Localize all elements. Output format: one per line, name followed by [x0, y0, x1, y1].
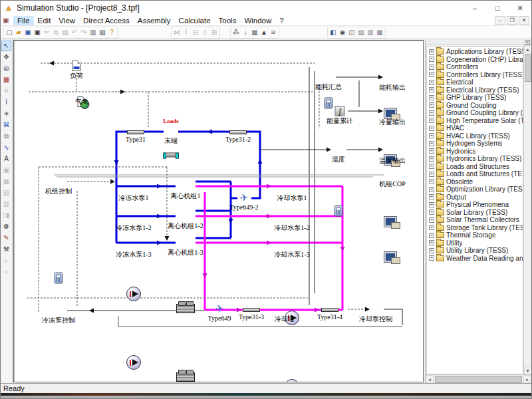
tool-8-icon[interactable]: ⌘	[1, 120, 11, 130]
terminal-icon[interactable]	[165, 153, 177, 158]
expand-icon[interactable]: +	[429, 95, 434, 100]
tree-item-hvac-library-tess[interactable]: +HVAC Library (TESS)	[427, 132, 523, 140]
type31-3-icon[interactable]	[243, 308, 260, 312]
energy-sum-icon[interactable]	[325, 98, 333, 109]
mdi-restore-icon[interactable]: ❐	[507, 16, 517, 25]
tool-1-icon[interactable]: ↖	[1, 41, 11, 51]
tree-horizontal-scrollbar[interactable]: ◂ ▸	[426, 374, 531, 383]
expand-icon[interactable]: +	[429, 202, 434, 207]
toolbar-icon-4-3[interactable]: ◫	[347, 27, 356, 37]
expand-icon[interactable]: +	[429, 156, 434, 162]
minimize-icon[interactable]: –	[464, 1, 486, 15]
toolbar-icon-1-8[interactable]: ↶	[70, 27, 79, 37]
tree-item-utility-library-tess[interactable]: +Utility Library (TESS)	[427, 247, 523, 255]
expand-icon[interactable]: +	[429, 118, 434, 123]
toolbar-icon-3-4[interactable]: ▲	[259, 27, 269, 37]
tree-item-output[interactable]: +Output	[427, 194, 523, 201]
toolbar-icon-4-6[interactable]: ▦	[375, 27, 384, 37]
tree-item-ground-coupling[interactable]: +Ground Coupling	[427, 102, 523, 110]
expand-icon[interactable]: +	[429, 217, 434, 223]
tool-2-icon[interactable]: ✥	[1, 52, 11, 63]
tool-19-icon[interactable]: ⚒	[1, 244, 11, 255]
tool-3-icon[interactable]: ◎	[1, 63, 11, 74]
toolbar-icon-2-2[interactable]: Ⅰ	[182, 27, 191, 37]
tree-item-controllers[interactable]: +Controllers	[427, 63, 523, 71]
toolbar-icon-1-7[interactable]: ▤	[61, 27, 70, 37]
tree-item-thermal-storage[interactable]: +Thermal Storage	[427, 231, 523, 239]
toolbar-icon-4-5[interactable]: ▥	[366, 27, 375, 37]
tree-item-loads-and-structures[interactable]: +Loads and Structures	[427, 163, 523, 171]
expand-icon[interactable]: +	[429, 57, 434, 62]
tool-15-icon[interactable]: ▥	[1, 199, 11, 209]
expand-icon[interactable]: +	[429, 65, 434, 70]
unit-cop-icon[interactable]	[384, 252, 400, 264]
scroll-up-icon[interactable]: ▲	[524, 45, 532, 53]
tree-item-weather-data-reading-and-process[interactable]: +Weather Data Reading and Process	[427, 255, 523, 263]
toolbar-icon-4-1[interactable]: ◧	[329, 27, 338, 37]
close-icon[interactable]: ✕	[509, 1, 531, 15]
toolbar-icon-2-4[interactable]: ▯	[200, 27, 209, 37]
toolbar-icon-3-3[interactable]: ▦	[250, 27, 259, 37]
tree-item-hydronics-library-tess[interactable]: +Hydronics Library (TESS)	[427, 155, 523, 163]
expand-icon[interactable]: +	[429, 233, 434, 238]
tool-5-icon[interactable]: ✕	[1, 86, 11, 96]
tree-item-cogeneration-chp-library-tess[interactable]: +Cogeneration (CHP) Library (TESS)	[427, 56, 523, 64]
type31-2-icon[interactable]	[229, 130, 247, 134]
unit-ctrl-icon[interactable]	[55, 273, 63, 284]
tree-item-utility[interactable]: +Utility	[427, 239, 523, 247]
tool-7-icon[interactable]: ∗	[1, 108, 11, 119]
tree-item-hydronics[interactable]: +Hydronics	[427, 148, 523, 156]
toolbar-icon-4-4[interactable]: ▤	[356, 27, 366, 37]
type649-icon[interactable]: ✈	[215, 304, 225, 315]
type31-icon[interactable]	[127, 130, 144, 134]
tree-item-hydrogen-systems[interactable]: +Hydrogen Systems	[427, 140, 523, 148]
toolbar-icon-1-2[interactable]: ▰	[14, 27, 23, 37]
scroll-left-icon[interactable]: ◂	[426, 375, 434, 383]
tool-21-icon[interactable]: ▹	[1, 267, 11, 277]
tool-20-icon[interactable]: ▹	[1, 255, 11, 266]
expand-icon[interactable]: +	[429, 87, 434, 92]
tool-13-icon[interactable]: ▦	[1, 176, 11, 187]
tree-item-loads-and-structures-tess[interactable]: +Loads and Structures (TESS)	[427, 170, 523, 178]
toolbar-icon-1-1[interactable]: ▢	[5, 27, 14, 37]
menu-assembly[interactable]: Assembly	[134, 16, 175, 25]
toolbar-icon-1-3[interactable]: ▣	[23, 27, 33, 37]
scroll-down-icon[interactable]: ▼	[524, 366, 532, 374]
tree-item-electrical[interactable]: +Electrical	[427, 78, 523, 86]
toolbar-icon-4-2[interactable]: ◉	[338, 27, 347, 37]
tree-item-controllers-library-tess[interactable]: +Controllers Library (TESS)	[427, 71, 523, 79]
menu-window[interactable]: Window	[240, 16, 275, 25]
tool-12-icon[interactable]: ▣	[1, 165, 11, 176]
toolbar-icon-1-12[interactable]: ?	[107, 27, 116, 37]
tree-item-solar-thermal-collectors[interactable]: +Solar Thermal Collectors	[427, 216, 523, 224]
temp-calc-icon[interactable]	[334, 205, 343, 217]
tree-item-ghp-library-tess[interactable]: +GHP Library (TESS)	[427, 94, 523, 102]
toolbar-icon-1-5[interactable]: ✂	[42, 27, 51, 37]
toolbar-icon-1-11[interactable]: ▧	[98, 27, 107, 37]
menu-direct-access[interactable]: Direct Access	[79, 16, 134, 25]
tree-item-ground-coupling-library-tess[interactable]: +Ground Coupling Library (TESS)	[427, 109, 523, 117]
expand-icon[interactable]: +	[429, 49, 434, 55]
project-canvas[interactable]: 负荷气象Type31Loads末端Type31-2能耗汇总能耗输出∫能量累计冷量…	[13, 40, 424, 382]
tree-item-storage-tank-library-tess[interactable]: +Storage Tank Library (TESS)	[427, 224, 523, 232]
panel-close-icon[interactable]: x	[525, 40, 530, 45]
tool-9-icon[interactable]: ⧉	[1, 131, 11, 142]
chiller2-icon[interactable]	[176, 372, 195, 382]
chiller1-icon[interactable]	[176, 304, 195, 313]
menu-calculate[interactable]: Calculate	[175, 16, 215, 25]
toolbar-icon-1-4[interactable]: ▣	[33, 27, 42, 37]
tool-6-icon[interactable]: i	[1, 97, 11, 108]
expand-icon[interactable]: +	[429, 110, 434, 116]
mdi-close-icon[interactable]: ✕	[519, 16, 529, 25]
tree-item-obsolete[interactable]: +Obsolete	[427, 178, 523, 186]
expand-icon[interactable]: +	[429, 255, 434, 261]
chw-pump2-icon[interactable]	[126, 355, 141, 370]
menu-edit[interactable]: Edit	[34, 16, 55, 25]
tree-item-hvac[interactable]: +HVAC	[427, 124, 523, 132]
menu-?[interactable]: ?	[275, 16, 287, 25]
tree-item-physical-phenomena[interactable]: +Physical Phenomena	[427, 201, 523, 209]
menu-file[interactable]: File	[13, 16, 34, 25]
tool-4-icon[interactable]: ▦	[1, 74, 11, 85]
chw-pump1-icon[interactable]	[126, 287, 141, 301]
expand-icon[interactable]: +	[429, 248, 434, 253]
